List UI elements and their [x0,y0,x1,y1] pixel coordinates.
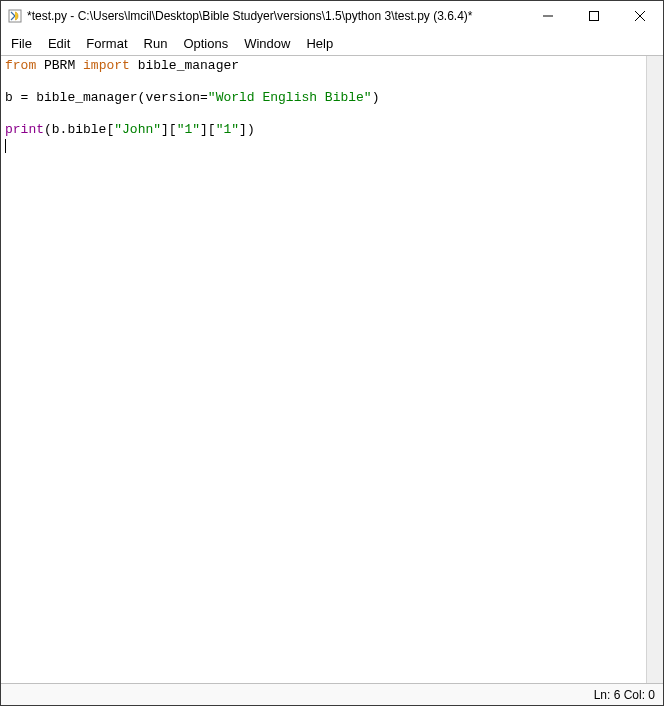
cursor-position: Ln: 6 Col: 0 [594,688,655,702]
menu-help[interactable]: Help [298,34,341,53]
window-title: *test.py - C:\Users\lmcil\Desktop\Bible … [27,9,473,23]
code-token: import [83,58,130,73]
code-token: ) [372,90,380,105]
code-token: "John" [114,122,161,137]
idle-window: *test.py - C:\Users\lmcil\Desktop\Bible … [0,0,664,706]
text-cursor [5,139,6,153]
menu-file[interactable]: File [3,34,40,53]
titlebar[interactable]: *test.py - C:\Users\lmcil\Desktop\Bible … [1,1,663,31]
code-token: ][ [200,122,216,137]
menu-window[interactable]: Window [236,34,298,53]
code-token: "1" [216,122,239,137]
menu-run[interactable]: Run [136,34,176,53]
code-token: (b.bible[ [44,122,114,137]
code-token: "World English Bible" [208,90,372,105]
minimize-button[interactable] [525,1,571,31]
menu-options[interactable]: Options [175,34,236,53]
app-icon [7,8,23,24]
code-token: print [5,122,44,137]
close-button[interactable] [617,1,663,31]
code-token: ][ [161,122,177,137]
statusbar: Ln: 6 Col: 0 [1,683,663,705]
code-token: "1" [177,122,200,137]
editor-wrap: from PBRM import bible_manager b = bible… [1,55,663,683]
svg-rect-2 [590,12,599,21]
code-token: ]) [239,122,255,137]
vertical-scrollbar[interactable] [646,56,663,683]
maximize-button[interactable] [571,1,617,31]
menu-format[interactable]: Format [78,34,135,53]
code-token: from [5,58,36,73]
menubar: File Edit Format Run Options Window Help [1,31,663,55]
menu-edit[interactable]: Edit [40,34,78,53]
code-token: bible_manager [130,58,239,73]
code-token: b = bible_manager(version= [5,90,208,105]
caption-controls [525,1,663,31]
code-editor[interactable]: from PBRM import bible_manager b = bible… [1,56,663,683]
code-token: PBRM [36,58,83,73]
